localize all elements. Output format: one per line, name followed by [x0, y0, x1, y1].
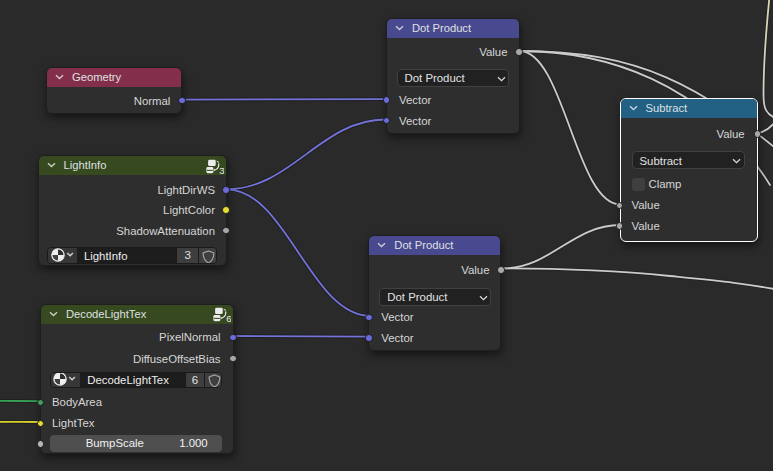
svg-text:6: 6 — [226, 313, 231, 322]
svg-text:3: 3 — [219, 164, 224, 173]
